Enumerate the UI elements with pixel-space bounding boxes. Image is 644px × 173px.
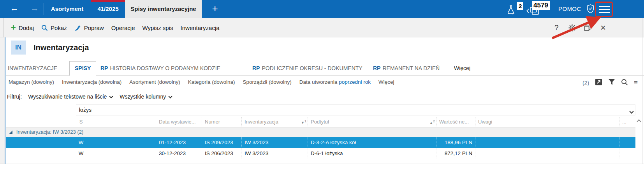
new-tab-button[interactable]: + [207,0,223,18]
filter-more[interactable]: Więcej [378,79,394,85]
hamburger-menu-button[interactable] [599,6,610,15]
filter-chip-row: Magazyn (dowolny) Inwentaryzacja (dowoln… [9,79,394,85]
tab-more[interactable]: Więcej [454,65,470,71]
cell-s: W [6,148,156,159]
brush-icon [74,24,81,31]
tabstrip-divider [6,75,644,76]
table-row-selected[interactable]: W 01-12-2023 IS 209/2023 IW 3/2023 D-3-2… [6,137,635,148]
cell-inventory: IW 3/2023 [241,148,308,159]
column-header-subtitle[interactable]: Podtytuł ▲2 [308,117,436,127]
sort-indicator-asc: ▲2 [429,117,435,127]
cell-notes [475,137,619,148]
window-bottom-border [0,164,644,164]
tab-label: PODLICZENIE OKRESU - DOKUMENTY [262,65,362,71]
filter-bar: Filtruj: Wyszukiwanie tekstowe na liście… [7,94,179,100]
scrollbar-up-button[interactable] [636,118,642,124]
tab-rp-historia-dostawy[interactable]: RPHISTORIA DOSTAWY O PODANYM KODZIE [100,65,220,71]
filter-inventory[interactable]: Inwentaryzacja (dowolna) [62,79,121,85]
table-header: S Data wystawie... Numer Inwentaryzacja … [6,117,635,127]
tab-label: 41/2025 [97,5,118,12]
chevron-down-icon [169,95,172,99]
add-button[interactable]: + Dodaj [11,24,34,31]
tab-rp-podliczenie-okresu[interactable]: RPPODLICZENIE OKRESU - DOKUMENTY [252,65,362,71]
operations-button[interactable]: Operacje [111,25,135,31]
cell-value: 188,96 PLN [436,137,475,148]
list-tools: (2) ≡ [582,78,638,87]
column-header-inventory[interactable]: Inwentaryzacja ▼1 [241,117,308,127]
column-header-s[interactable]: S [6,117,156,127]
cell-date: 30-12-2023 [156,148,202,159]
add-label: Dodaj [19,25,34,31]
column-header-number[interactable]: Numer [202,117,241,127]
inventory-menu-button[interactable]: Inwentaryzacja [181,25,220,31]
rp-prefix: RP [100,65,108,71]
tab-spisy[interactable]: SPISY [69,61,96,76]
column-header-notes[interactable]: Uwagi [475,117,619,127]
tab-rp-remanent-na-dzien[interactable]: RPREMANENT NA DZIEŃ [373,65,440,71]
export-icon[interactable] [595,78,602,87]
chevron-down-icon [109,95,113,99]
rp-prefix: RP [252,65,260,71]
search-icon[interactable] [621,79,628,87]
filter-mode-dropdown[interactable]: Wyszukiwanie tekstowe na liście [28,94,113,100]
cell-inventory: IW 3/2023 [241,137,308,148]
edit-button[interactable]: Popraw [74,24,104,31]
tab-asortyment[interactable]: Asortyment [44,0,90,18]
counter-badge-small: 2 [517,2,523,10]
cell-date: 01-12-2023 [156,137,202,148]
tab-red-indicator [91,0,125,2]
filter-warehouse[interactable]: Magazyn (dowolny) [9,79,54,85]
tab-spisy-inwentaryzacyjne[interactable]: Spisy inwentaryzacyjne [125,0,202,18]
cell-number: IS 209/2023 [202,137,241,148]
column-header-more[interactable]: ... [619,117,635,127]
action-toolbar: + Dodaj Pokaż Popraw Operacje Wypisz spi… [0,18,644,37]
cell-more [619,137,635,148]
search-input[interactable] [76,104,635,115]
plus-icon: + [11,24,16,31]
inventory-label: Inwentaryzacja [181,25,220,31]
app-window: ← → Asortyment 41/2025 Spisy inwentaryza… [0,0,644,173]
arrow-left-small-icon: ← [510,10,516,16]
tab-41-2025[interactable]: 41/2025 [91,0,125,18]
column-header-date[interactable]: Data wystawie... [156,117,202,127]
page-title: Inwentaryzacja [33,43,89,52]
cell-s: W [6,137,156,148]
table-row[interactable]: W 30-12-2023 IS 206/2023 IW 3/2023 D-6-1… [6,148,635,159]
column-label: Inwentaryzacja [245,117,278,127]
filter-category[interactable]: Kategoria (dowolna) [188,79,235,85]
show-button[interactable]: Pokaż [41,25,67,31]
magnifier-icon [41,25,48,31]
gear-icon[interactable] [568,18,576,37]
counter-badge-large: 4579 [532,1,550,10]
help-icon[interactable]: ? [554,18,559,37]
filter-author[interactable]: Sporządził (dowolny) [243,79,292,85]
filter-scope-dropdown[interactable]: Wszystkie kolumny [120,94,172,100]
print-list-button[interactable]: Wypisz spis [143,25,173,31]
forward-arrow-icon[interactable]: → [30,3,39,13]
left-accent-bar [0,37,5,164]
group-row[interactable]: Inwentaryzacja: IW 3/2023 (2) [6,127,635,137]
filter-scope-value: Wszystkie kolumny [120,94,166,100]
close-icon[interactable]: × [600,18,606,37]
tab-label: REMANENT NA DZIEŃ [382,65,440,71]
filter-funnel-icon[interactable] [608,79,615,87]
filter-created-date[interactable]: Data utworzenia poprzedni rok [299,79,371,85]
sort-indicator-desc: ▼1 [301,117,306,127]
cell-subtitle: D-3-2-A łożyska kół [308,137,436,148]
rp-prefix: RP [373,65,380,71]
window-right-border [642,18,642,164]
list-menu-icon[interactable]: ≡ [634,79,638,87]
show-label: Pokaż [51,25,67,31]
shield-check-icon[interactable] [586,4,595,16]
help-menu-button[interactable]: POMOC [558,0,581,18]
filter-assortment[interactable]: Asortyment (dowolny) [129,79,180,85]
tab-inwentaryzacje[interactable]: INWENTARYZACJE [8,65,57,71]
column-header-value[interactable]: Wartość ne... [436,117,475,127]
filter-mode-value: Wyszukiwanie tekstowe na liście [28,94,107,100]
restore-window-icon[interactable] [584,18,591,37]
operations-label: Operacje [111,25,135,31]
module-code-badge: IN [11,41,26,55]
filter-created-label: Data utworzenia [299,79,338,85]
back-arrow-icon[interactable]: ← [10,3,19,13]
cell-subtitle: D-6-1 łożyska [308,148,436,159]
